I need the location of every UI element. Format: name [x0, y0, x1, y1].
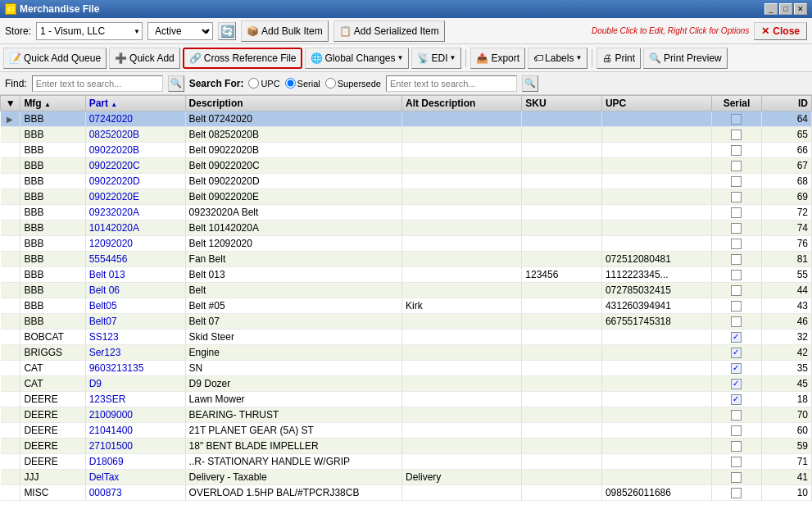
cell-part[interactable]: 09022020E	[85, 189, 185, 205]
global-changes-button[interactable]: 🌐 Global Changes ▼	[305, 48, 409, 69]
cell-part[interactable]: 09232020A	[85, 205, 185, 221]
cell-serial[interactable]	[712, 236, 762, 252]
quick-add-queue-button[interactable]: 📝 Quick Add Queue	[3, 48, 107, 69]
cell-serial[interactable]	[712, 174, 762, 189]
cell-serial[interactable]	[712, 283, 762, 298]
table-row[interactable]: DEERE21009000BEARING- THRUST70	[1, 407, 812, 423]
table-row[interactable]: BBB09232020A09232020A Belt72	[1, 205, 812, 221]
print-preview-button[interactable]: 🔍 Print Preview	[643, 48, 728, 69]
table-row[interactable]: CAT9603213135SN35	[1, 361, 812, 376]
table-row[interactable]: JJJDelTaxDelivery - TaxableDelivery41	[1, 470, 812, 485]
edi-button[interactable]: 📡 EDI ▼	[411, 48, 461, 69]
cell-part[interactable]: 5554456	[85, 252, 185, 267]
table-row[interactable]: BBBBelt07Belt 0766755174531846	[1, 314, 812, 330]
cell-serial[interactable]	[712, 361, 762, 376]
cell-part[interactable]: 09022020B	[85, 143, 185, 158]
cell-part[interactable]: 9603213135	[85, 361, 185, 376]
cell-part[interactable]: 000873	[85, 485, 185, 501]
table-row[interactable]: BBB09022020BBelt 09022020B66	[1, 143, 812, 158]
cell-serial[interactable]	[712, 143, 762, 158]
table-row[interactable]: DEERE2104140021T PLANET GEAR (5A) ST60	[1, 423, 812, 439]
table-row[interactable]: BBBBelt 06Belt07278503241544	[1, 283, 812, 298]
table-row[interactable]: DEERED18069..R- STATIONARY HANDLE W/GRIP…	[1, 454, 812, 470]
cell-part[interactable]: 07242020	[85, 111, 185, 127]
table-row[interactable]: BBB12092020Belt 1209202076	[1, 236, 812, 252]
maximize-button[interactable]: □	[779, 3, 792, 15]
table-row[interactable]: BBBBelt05Belt #05Kirk43126039494143	[1, 298, 812, 314]
cell-serial[interactable]	[712, 314, 762, 330]
table-row[interactable]: MISC000873OVERLOAD 1.5HP BAL/#TPCRJ38CB0…	[1, 485, 812, 501]
table-row[interactable]: BRIGGSSer123Engine42	[1, 345, 812, 361]
cell-part[interactable]: Belt07	[85, 314, 185, 330]
minimize-button[interactable]: _	[764, 3, 778, 15]
cell-serial[interactable]	[712, 127, 762, 143]
cell-serial[interactable]	[712, 158, 762, 174]
cell-part[interactable]: 123SER	[85, 392, 185, 407]
add-serialized-item-button[interactable]: 📋 Add Serialized Item	[333, 20, 445, 42]
close-button[interactable]: ✕ Close	[754, 22, 807, 40]
col-header-mfg[interactable]: Mfg ▲	[20, 96, 85, 111]
store-select[interactable]: 1 - Visum, LLC	[36, 22, 143, 40]
cell-part[interactable]: Ser123	[85, 345, 185, 361]
cell-part[interactable]: D18069	[85, 454, 185, 470]
cell-serial[interactable]	[712, 439, 762, 454]
cell-part[interactable]: 09022020D	[85, 174, 185, 189]
supersede-input[interactable]	[386, 75, 517, 92]
table-row[interactable]: ▶BBB07242020Belt 0724202064	[1, 111, 812, 127]
cell-part[interactable]: SS123	[85, 330, 185, 345]
cell-serial[interactable]	[712, 298, 762, 314]
cell-serial[interactable]	[712, 470, 762, 485]
find-go-button[interactable]: 🔍	[168, 75, 184, 92]
col-header-upc[interactable]: UPC	[601, 96, 711, 111]
close-window-button[interactable]: ✕	[794, 3, 807, 15]
cell-part[interactable]: 21009000	[85, 407, 185, 423]
cell-serial[interactable]	[712, 221, 762, 236]
cell-part[interactable]: 08252020B	[85, 127, 185, 143]
table-row[interactable]: BBB09022020DBelt 09022020D68	[1, 174, 812, 189]
cell-part[interactable]: D9	[85, 376, 185, 392]
table-row[interactable]: BBBBelt 013Belt 0131234561112223345...55	[1, 267, 812, 283]
active-select[interactable]: Active	[147, 22, 213, 40]
cell-part[interactable]: 10142020A	[85, 221, 185, 236]
cell-serial[interactable]	[712, 252, 762, 267]
cross-reference-file-button[interactable]: 🔗 Cross Reference File	[183, 48, 303, 69]
cell-serial[interactable]	[712, 345, 762, 361]
table-row[interactable]: DEERE2710150018" BENT BLADE IMPELLER59	[1, 439, 812, 454]
col-header-altdesc[interactable]: Alt Description	[402, 96, 522, 111]
cell-serial[interactable]	[712, 407, 762, 423]
cell-serial[interactable]	[712, 392, 762, 407]
supersede-go-button[interactable]: 🔍	[522, 75, 538, 92]
cell-part[interactable]: Belt 06	[85, 283, 185, 298]
radio-supersede[interactable]: Supersede	[325, 78, 381, 89]
radio-upc[interactable]: UPC	[248, 78, 279, 89]
cell-serial[interactable]	[712, 376, 762, 392]
cell-serial[interactable]	[712, 111, 762, 127]
col-header-part[interactable]: Part ▲	[85, 96, 185, 111]
print-button[interactable]: 🖨 Print	[597, 48, 641, 69]
cell-part[interactable]: 27101500	[85, 439, 185, 454]
refresh-button[interactable]: 🔄	[218, 22, 236, 40]
cell-part[interactable]: DelTax	[85, 470, 185, 485]
table-row[interactable]: BOBCATSS123Skid Steer32	[1, 330, 812, 345]
col-header-serial[interactable]: Serial	[712, 96, 762, 111]
table-row[interactable]: BBB5554456Fan Belt07251208048181	[1, 252, 812, 267]
export-button[interactable]: 📤 Export	[470, 48, 525, 69]
cell-part[interactable]: 21041400	[85, 423, 185, 439]
add-bulk-item-button[interactable]: 📦 Add Bulk Item	[241, 20, 329, 42]
cell-serial[interactable]	[712, 454, 762, 470]
cell-serial[interactable]	[712, 267, 762, 283]
cell-serial[interactable]	[712, 189, 762, 205]
quick-add-button[interactable]: ➕ Quick Add	[109, 48, 180, 69]
cell-serial[interactable]	[712, 330, 762, 345]
table-row[interactable]: BBB09022020EBelt 09022020E69	[1, 189, 812, 205]
cell-part[interactable]: 12092020	[85, 236, 185, 252]
table-row[interactable]: CATD9D9 Dozer45	[1, 376, 812, 392]
labels-button[interactable]: 🏷 Labels ▼	[528, 48, 587, 69]
cell-serial[interactable]	[712, 205, 762, 221]
cell-serial[interactable]	[712, 423, 762, 439]
table-row[interactable]: BBB09022020CBelt 09022020C67	[1, 158, 812, 174]
table-row[interactable]: DEERE123SERLawn Mower18	[1, 392, 812, 407]
cell-part[interactable]: Belt 013	[85, 267, 185, 283]
radio-serial[interactable]: Serial	[285, 78, 320, 89]
col-header-sku[interactable]: SKU	[522, 96, 602, 111]
